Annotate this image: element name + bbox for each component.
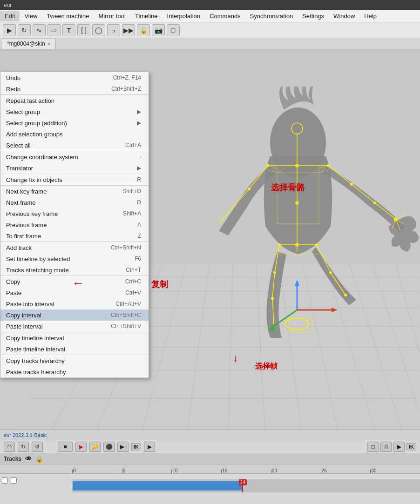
anim-btn-undo[interactable]: ↺ bbox=[32, 442, 43, 452]
menu-view[interactable]: View bbox=[20, 11, 42, 21]
menu-item-pasteinterval2[interactable]: Paste interval Ctrl+Shift+V bbox=[0, 321, 149, 332]
menu-item-pasteinterval[interactable]: Paste into interval Ctrl+Alt+V bbox=[0, 298, 149, 309]
menu-item-copyhierarchy[interactable]: Copy tracks hierarchy bbox=[0, 355, 149, 366]
ruler-mark-10: 10 bbox=[172, 468, 177, 473]
menu-item-nextkeyframe[interactable]: Next key frame Shift+D bbox=[0, 186, 149, 197]
menu-item-pasteinterval2-label: Paste interval bbox=[6, 323, 43, 330]
menu-commands[interactable]: Commands bbox=[205, 11, 245, 21]
tool-camera[interactable]: 📷 bbox=[152, 24, 165, 36]
anim-btn-key[interactable]: 🔑 bbox=[89, 442, 101, 452]
svg-point-54 bbox=[315, 243, 318, 246]
svg-point-56 bbox=[329, 271, 332, 274]
menu-item-repeat[interactable]: Repeat last action bbox=[0, 95, 149, 106]
tool-select[interactable]: ▶ bbox=[3, 24, 16, 36]
menu-item-copyinterval-label: Copy interval bbox=[6, 312, 41, 319]
menu-item-addselection[interactable]: Add selection groups bbox=[0, 128, 149, 140]
menu-item-pastetimelineinterval[interactable]: Paste timeline interval bbox=[0, 343, 149, 355]
track-checkboxes bbox=[2, 477, 17, 484]
svg-line-16 bbox=[279, 263, 303, 440]
tab-close[interactable]: × bbox=[48, 41, 51, 47]
tool-run[interactable]: ▶▶ bbox=[122, 24, 135, 36]
svg-marker-66 bbox=[268, 326, 276, 332]
tracks-vis-icon[interactable]: 👁 bbox=[25, 455, 32, 463]
menu-item-nextframe-shortcut: D bbox=[137, 199, 141, 206]
timeline-track[interactable]: 24 bbox=[72, 479, 420, 492]
tracks-label: Tracks bbox=[4, 456, 21, 462]
tool-bracket[interactable]: [ ] bbox=[77, 24, 90, 36]
menu-item-nextframe[interactable]: Next frame D bbox=[0, 197, 149, 208]
menu-item-translator[interactable]: Translator ▶ bbox=[0, 162, 149, 174]
tool-sync[interactable]: ♭ bbox=[107, 24, 120, 36]
menu-interpolation[interactable]: Interpolation bbox=[163, 11, 205, 21]
track-area: 24 bbox=[0, 474, 420, 497]
main-tab[interactable]: *mg0004@skin × bbox=[2, 39, 56, 49]
tool-transform[interactable]: ⇨ bbox=[47, 24, 61, 36]
menu-item-selectall[interactable]: Select all Ctrl+A bbox=[0, 140, 149, 151]
track-checkbox-2[interactable] bbox=[11, 477, 17, 484]
menu-item-changecoord[interactable]: Change coordinate system · bbox=[0, 151, 149, 162]
anim-btn-arrow-right[interactable]: ▶ bbox=[393, 442, 405, 452]
menu-mirror[interactable]: Mirror tool bbox=[94, 11, 130, 21]
svg-point-44 bbox=[295, 164, 299, 168]
menu-item-selectgroup-add[interactable]: Select group (addition) ▶ bbox=[0, 117, 149, 128]
menu-item-redo[interactable]: Redo Ctrl+Shift+Z bbox=[0, 83, 149, 94]
menu-item-changefix[interactable]: Change fix in objects R bbox=[0, 174, 149, 185]
ik-badge[interactable]: IK bbox=[131, 443, 141, 450]
menu-item-addtrack[interactable]: Add track Ctrl+Shift+N bbox=[0, 242, 149, 253]
menu-item-nextkeyframe-label: Next key frame bbox=[6, 188, 47, 195]
menu-item-undo[interactable]: Undo Ctrl+Z, F14 bbox=[0, 72, 149, 83]
svg-point-58 bbox=[344, 294, 347, 296]
anim-btn-play[interactable]: ▶ bbox=[75, 442, 87, 452]
tracks-lock-icon[interactable]: 🔒 bbox=[35, 455, 43, 463]
menu-item-pastehierarchy[interactable]: Paste tracks hierarchy bbox=[0, 366, 149, 377]
svg-line-29 bbox=[219, 210, 230, 224]
tool-circle[interactable]: ◯ bbox=[92, 24, 105, 36]
anim-btn-anchor[interactable]: ⎙ bbox=[380, 442, 392, 452]
timeline-ruler[interactable]: 05101520253035 bbox=[0, 464, 420, 474]
tool-lock[interactable]: 🔒 bbox=[137, 24, 150, 36]
menu-item-changefix-label: Change fix in objects bbox=[6, 176, 62, 183]
menu-item-firstframe-label: To first frame bbox=[6, 233, 41, 240]
menu-settings[interactable]: Settings bbox=[298, 11, 329, 21]
svg-line-15 bbox=[256, 263, 265, 440]
menu-edit[interactable]: Edit bbox=[0, 11, 20, 21]
menu-window[interactable]: Window bbox=[329, 11, 359, 21]
tool-expand[interactable]: □ bbox=[167, 24, 180, 36]
menu-item-prevframe[interactable]: Previous frame A bbox=[0, 219, 149, 230]
track-checkbox-1[interactable] bbox=[2, 477, 8, 484]
menu-item-prevkeyframe[interactable]: Previous key frame Shift+A bbox=[0, 208, 149, 219]
anim-btn-orbit[interactable]: ◠ bbox=[4, 442, 15, 452]
menu-item-addselection-label: Add selection groups bbox=[6, 131, 62, 138]
anim-btn-box[interactable]: ■ bbox=[58, 442, 73, 452]
menu-section-timelineinterval: Copy timeline interval Paste timeline in… bbox=[0, 332, 149, 355]
anim-btn-expand[interactable]: □ bbox=[367, 442, 379, 452]
menu-help[interactable]: Help bbox=[359, 11, 381, 21]
anim-btn-next[interactable]: ▶ bbox=[144, 442, 155, 452]
svg-line-41 bbox=[317, 245, 331, 273]
svg-marker-71 bbox=[319, 166, 328, 173]
menu-item-copy[interactable]: Copy Ctrl+C bbox=[0, 276, 149, 287]
svg-marker-72 bbox=[275, 245, 321, 254]
menu-item-selectgroup[interactable]: Select group ▶ bbox=[0, 106, 149, 117]
anim-btn-reset[interactable]: ↻ bbox=[18, 442, 29, 452]
menu-item-trackstretch-label: Tracks stretching mode bbox=[6, 267, 69, 274]
anim-btn-step[interactable]: ▶| bbox=[117, 442, 129, 452]
timeline-cursor[interactable] bbox=[242, 479, 243, 492]
timeline-header: Tracks 👁 🔒 bbox=[0, 453, 420, 464]
menu-sync[interactable]: Synchronization bbox=[245, 11, 298, 21]
menu-item-settimeline-shortcut: F6 bbox=[135, 255, 141, 262]
menu-item-copytimelineinterval[interactable]: Copy timeline interval bbox=[0, 332, 149, 343]
menu-item-copyinterval[interactable]: Copy interval Ctrl+Shift+C bbox=[0, 309, 149, 321]
menu-item-trackstretch[interactable]: Tracks stretching mode Ctrl+T bbox=[0, 264, 149, 276]
menu-tween[interactable]: Tween machine bbox=[42, 11, 94, 21]
ik-badge-2[interactable]: IK bbox=[406, 443, 416, 450]
menu-item-settimeline[interactable]: Set timeline by selected F6 bbox=[0, 253, 149, 264]
tool-curve[interactable]: ∿ bbox=[33, 24, 46, 36]
menu-item-firstframe[interactable]: To first frame Z bbox=[0, 230, 149, 242]
anim-btn-stop[interactable]: ⚫ bbox=[103, 442, 115, 452]
tool-rotate[interactable]: ↻ bbox=[18, 24, 31, 36]
menu-item-paste[interactable]: Paste Ctrl+V bbox=[0, 287, 149, 298]
svg-point-50 bbox=[350, 183, 353, 186]
menu-timeline[interactable]: Timeline bbox=[130, 11, 163, 21]
tool-text[interactable]: T bbox=[62, 24, 75, 36]
